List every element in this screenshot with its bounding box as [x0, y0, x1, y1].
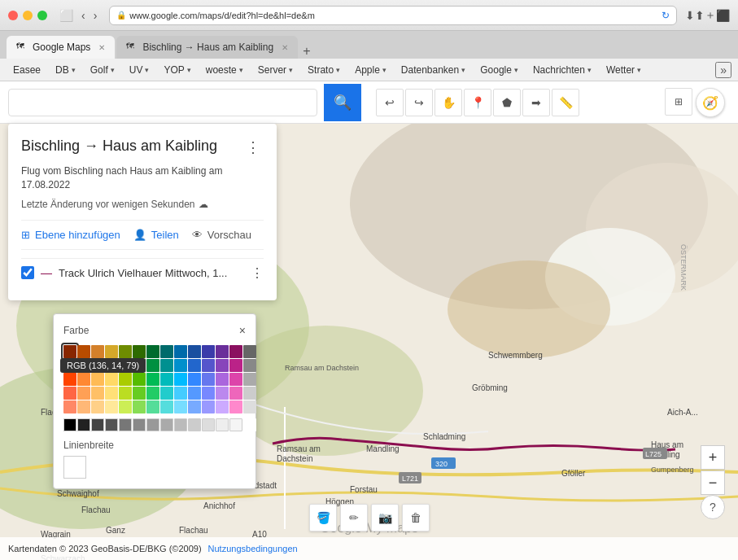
color-swatch-67[interactable]	[216, 400, 229, 413]
minimize-button[interactable]	[23, 11, 33, 20]
bookmarks-overflow[interactable]: »	[715, 62, 731, 78]
gray-swatch-3[interactable]	[105, 418, 118, 431]
gray-swatch-12[interactable]	[229, 418, 242, 431]
nav-forward[interactable]: ›	[90, 7, 102, 24]
color-swatch-63[interactable]	[160, 400, 173, 413]
color-swatch-12[interactable]	[229, 345, 242, 358]
color-swatch-58[interactable]	[91, 400, 104, 413]
tab-close-2[interactable]: ✕	[282, 43, 288, 52]
track-checkbox[interactable]	[21, 266, 34, 279]
color-swatch-9[interactable]	[188, 345, 201, 358]
color-swatch-34[interactable]	[146, 373, 159, 386]
color-swatch-40[interactable]	[229, 373, 242, 386]
reload-icon[interactable]: ↻	[662, 10, 670, 21]
bookmark-wetter[interactable]: Wetter ▾	[600, 63, 648, 77]
share-btn[interactable]: ⬆	[695, 9, 705, 22]
color-swatch-46[interactable]	[119, 387, 132, 400]
download-btn[interactable]: ⬇	[685, 9, 695, 22]
color-swatch-52[interactable]	[202, 387, 215, 400]
color-swatch-53[interactable]	[216, 387, 229, 400]
nav-back[interactable]: ‹	[77, 7, 90, 24]
cp-close-button[interactable]: ×	[239, 324, 246, 337]
color-swatch-31[interactable]	[105, 373, 118, 386]
map-terms-link[interactable]: Nutzungsbedingungen	[208, 544, 298, 553]
color-swatch-5[interactable]	[133, 345, 146, 358]
share-button[interactable]: 👤 Teilen	[133, 229, 179, 241]
color-swatch-29[interactable]	[77, 373, 90, 386]
gray-swatch-13[interactable]	[243, 418, 256, 431]
gray-swatch-8[interactable]	[174, 418, 187, 431]
gray-swatch-11[interactable]	[216, 418, 229, 431]
gray-swatch-1[interactable]	[77, 418, 90, 431]
color-swatch-60[interactable]	[119, 400, 132, 413]
hand-tool[interactable]: ✋	[435, 89, 462, 116]
color-swatch-30[interactable]	[91, 373, 104, 386]
map-search-input[interactable]	[8, 89, 317, 116]
bookmark-server[interactable]: Server ▾	[251, 63, 299, 77]
gray-swatch-2[interactable]	[91, 418, 104, 431]
color-swatch-44[interactable]	[91, 387, 104, 400]
color-swatch-69[interactable]	[243, 400, 256, 413]
maximize-button[interactable]	[37, 11, 47, 20]
color-swatch-38[interactable]	[202, 373, 215, 386]
marker-tool[interactable]: 📍	[464, 89, 491, 116]
color-swatch-68[interactable]	[229, 400, 242, 413]
fill-tool[interactable]: 🪣	[309, 504, 337, 532]
gray-swatch-10[interactable]	[202, 418, 215, 431]
color-swatch-66[interactable]	[202, 400, 215, 413]
gray-swatch-5[interactable]	[133, 418, 146, 431]
compass[interactable]: 🧭	[696, 88, 725, 117]
help-button[interactable]: ?	[701, 495, 725, 519]
color-swatch-48[interactable]	[146, 387, 159, 400]
add-layer-button[interactable]: ⊞ Ebene hinzufügen	[21, 229, 120, 241]
color-swatch-0[interactable]	[63, 345, 76, 358]
color-swatch-26[interactable]	[229, 359, 242, 372]
color-swatch-7[interactable]	[160, 345, 173, 358]
color-swatch-13[interactable]	[243, 345, 256, 358]
url-bar[interactable]: 🔒 www.google.com/maps/d/edit?hl=de&hl=de…	[109, 6, 677, 25]
color-swatch-11[interactable]	[216, 345, 229, 358]
bookmark-golf[interactable]: Golf ▾	[84, 63, 121, 77]
color-swatch-41[interactable]	[243, 373, 256, 386]
bookmark-db[interactable]: DB ▾	[49, 63, 82, 77]
color-swatch-2[interactable]	[91, 345, 104, 358]
color-swatch-59[interactable]	[105, 400, 118, 413]
gray-swatch-9[interactable]	[188, 418, 201, 431]
color-swatch-25[interactable]	[216, 359, 229, 372]
sidebar-toggle[interactable]: ⬜	[55, 7, 77, 24]
zoom-out-button[interactable]: −	[701, 470, 725, 495]
track-menu-button[interactable]: ⋮	[251, 265, 264, 281]
bookmark-google[interactable]: Google ▾	[474, 63, 525, 77]
new-tab-btn[interactable]: ＋	[705, 8, 716, 23]
bookmark-easee[interactable]: Easee	[7, 63, 47, 77]
color-swatch-35[interactable]	[160, 373, 173, 386]
color-swatch-39[interactable]	[216, 373, 229, 386]
zoom-in-button[interactable]: +	[701, 445, 725, 470]
color-swatch-47[interactable]	[133, 387, 146, 400]
bookmark-apple[interactable]: Apple ▾	[348, 63, 393, 77]
new-tab-plus[interactable]: +	[303, 44, 310, 59]
color-swatch-1[interactable]	[77, 345, 90, 358]
color-swatch-32[interactable]	[119, 373, 132, 386]
shape-tool[interactable]: ⬟	[493, 89, 521, 116]
color-swatch-36[interactable]	[174, 373, 187, 386]
color-swatch-33[interactable]	[133, 373, 146, 386]
tab-bischling[interactable]: 🗺 Bischling → Haus am Kaibling ✕	[116, 36, 298, 59]
redo-button[interactable]: ↪	[405, 89, 433, 116]
color-swatch-54[interactable]	[229, 387, 242, 400]
bookmark-strato[interactable]: Strato ▾	[301, 63, 347, 77]
color-swatch-20[interactable]	[146, 359, 159, 372]
delete-tool[interactable]: 🗑	[402, 504, 430, 532]
color-swatch-3[interactable]	[105, 345, 118, 358]
measure-tool[interactable]: 📏	[552, 89, 579, 116]
bookmark-yop[interactable]: YOP ▾	[157, 63, 197, 77]
sidebar-right-btn[interactable]: ⬛	[716, 9, 730, 22]
tab-google-maps[interactable]: 🗺 Google Maps ✕	[7, 36, 115, 59]
color-swatch-28[interactable]	[63, 373, 76, 386]
color-swatch-57[interactable]	[77, 400, 90, 413]
color-swatch-10[interactable]	[202, 345, 215, 358]
color-swatch-8[interactable]	[174, 345, 187, 358]
color-swatch-50[interactable]	[174, 387, 187, 400]
gray-swatch-0[interactable]	[63, 418, 76, 431]
direction-tool[interactable]: ➡	[522, 89, 550, 116]
